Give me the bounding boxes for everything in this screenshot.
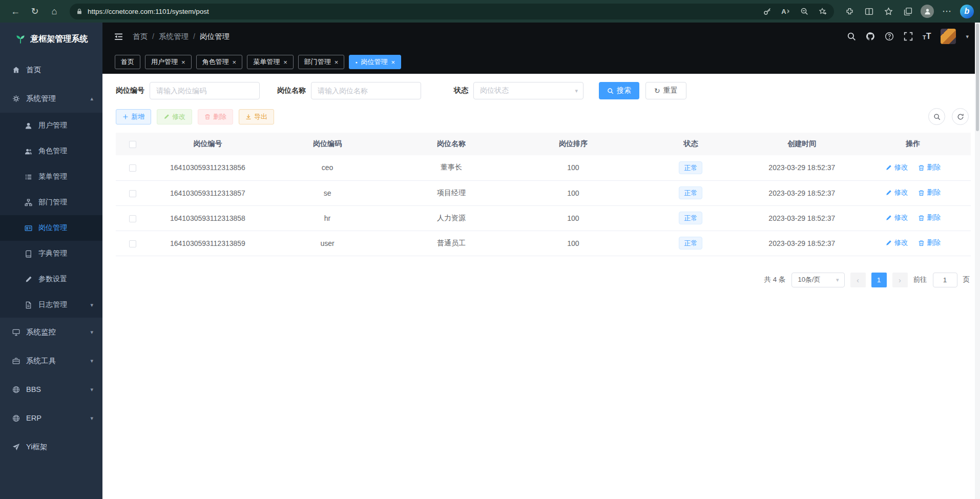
extensions-icon[interactable] <box>840 3 859 20</box>
home-icon[interactable]: ⌂ <box>45 3 64 20</box>
github-icon[interactable] <box>866 32 875 41</box>
list-icon <box>25 173 33 181</box>
next-page-button[interactable]: › <box>892 273 908 287</box>
row-checkbox[interactable] <box>129 240 136 247</box>
sidebar-item-dept-mgmt[interactable]: 部门管理 <box>0 190 102 215</box>
user-menu-caret-icon[interactable]: ▾ <box>966 33 969 40</box>
sidebar-item-bbs[interactable]: BBS ▾ <box>0 375 102 404</box>
sidebar-toggle-icon[interactable] <box>114 32 123 41</box>
row-checkbox[interactable] <box>129 164 136 172</box>
status-badge: 正常 <box>679 161 702 174</box>
table-row: 1641030593112313858 hr 人力资源 100 正常 2023-… <box>116 205 971 231</box>
status-select-placeholder: 岗位状态 <box>480 86 509 95</box>
tab-close-icon[interactable]: × <box>391 58 395 66</box>
browser-profile-avatar[interactable] <box>918 3 936 20</box>
site-info-icon[interactable] <box>76 8 83 15</box>
page-size-select[interactable]: 10条/页 ▾ <box>791 273 845 287</box>
tab-close-icon[interactable]: × <box>335 58 339 66</box>
paper-plane-icon <box>12 443 20 451</box>
sidebar-item-dict-mgmt[interactable]: 字典管理 <box>0 241 102 266</box>
sidebar-item-system-monitor[interactable]: 系统监控 ▾ <box>0 318 102 346</box>
breadcrumb-separator: / <box>193 32 195 40</box>
browser-menu-icon[interactable]: ⋯ <box>937 3 956 20</box>
scrollbar-thumb[interactable] <box>976 24 979 131</box>
chevron-down-icon: ▾ <box>90 415 93 422</box>
refresh-table-icon[interactable] <box>952 108 969 125</box>
org-tree-icon <box>25 199 33 206</box>
delete-row-button[interactable]: 删除 <box>918 163 941 172</box>
tab-dept-mgmt[interactable]: 部门管理 × <box>298 55 345 69</box>
page-scrollbar[interactable] <box>975 23 980 499</box>
tab-post-mgmt[interactable]: ● 岗位管理 × <box>349 55 401 69</box>
row-checkbox[interactable] <box>129 190 136 197</box>
select-all-checkbox[interactable] <box>129 141 136 148</box>
edit-row-button[interactable]: 修改 <box>885 188 908 197</box>
edit-row-button[interactable]: 修改 <box>885 213 908 222</box>
status-select[interactable]: 岗位状态 ▾ <box>473 82 583 99</box>
tab-home[interactable]: 首页 <box>115 55 140 69</box>
active-tab-dot-icon: ● <box>355 60 357 64</box>
sidebar-item-user-mgmt[interactable]: 用户管理 <box>0 113 102 138</box>
tab-close-icon[interactable]: × <box>283 58 287 66</box>
reset-button[interactable]: ↻ 重置 <box>645 82 686 99</box>
goto-page-input[interactable] <box>933 273 957 287</box>
zoom-out-icon[interactable] <box>796 5 812 18</box>
split-screen-icon[interactable] <box>860 3 878 20</box>
sidebar-item-param-settings[interactable]: 参数设置 <box>0 266 102 292</box>
prev-page-button[interactable]: ‹ <box>850 273 866 287</box>
sidebar-item-system-mgmt[interactable]: 系统管理 ▴ <box>0 84 102 113</box>
tab-close-icon[interactable]: × <box>233 58 237 66</box>
tab-user-mgmt[interactable]: 用户管理 × <box>145 55 192 69</box>
user-avatar[interactable] <box>941 29 956 44</box>
cell-post-name: 董事长 <box>389 155 513 180</box>
chevron-down-icon: ▾ <box>90 302 93 308</box>
collections-icon[interactable] <box>899 3 917 20</box>
favorites-icon[interactable] <box>879 3 898 20</box>
edit-row-button[interactable]: 修改 <box>885 238 908 247</box>
page-1-button[interactable]: 1 <box>871 273 887 287</box>
person-icon <box>921 5 934 18</box>
sidebar-item-log-mgmt[interactable]: 日志管理 ▾ <box>0 292 102 318</box>
read-aloud-icon[interactable]: A <box>778 5 794 18</box>
sidebar-item-role-mgmt[interactable]: 角色管理 <box>0 138 102 164</box>
users-icon <box>25 148 33 155</box>
tab-role-mgmt[interactable]: 角色管理 × <box>196 55 243 69</box>
font-size-icon[interactable]: TT <box>923 32 931 40</box>
export-button[interactable]: 导出 <box>239 109 274 124</box>
sidebar-item-system-tools[interactable]: 系统工具 ▾ <box>0 346 102 375</box>
row-checkbox[interactable] <box>129 215 136 222</box>
delete-row-button[interactable]: 删除 <box>918 188 941 197</box>
sidebar-item-home[interactable]: 首页 <box>0 55 102 84</box>
delete-button[interactable]: 删除 <box>198 109 233 124</box>
chevron-up-icon: ▴ <box>90 95 93 102</box>
address-bar[interactable]: https://ccnetcore.com:1101/system/post A <box>70 4 834 19</box>
breadcrumb-home[interactable]: 首页 <box>133 32 148 41</box>
password-key-icon[interactable] <box>759 5 776 18</box>
sidebar-item-post-mgmt[interactable]: 岗位管理 <box>0 215 102 241</box>
edit-row-button[interactable]: 修改 <box>885 163 908 172</box>
tab-menu-mgmt[interactable]: 菜单管理 × <box>247 55 294 69</box>
fullscreen-icon[interactable] <box>904 32 913 41</box>
post-code-input[interactable] <box>150 82 260 99</box>
edit-button[interactable]: 修改 <box>157 109 192 124</box>
add-button[interactable]: 新增 <box>116 109 151 124</box>
tab-close-icon[interactable]: × <box>181 58 185 66</box>
search-button[interactable]: 搜索 <box>599 82 639 99</box>
bing-icon[interactable]: b <box>960 5 974 18</box>
favorite-add-icon[interactable] <box>815 5 831 18</box>
sidebar-item-menu-mgmt[interactable]: 菜单管理 <box>0 164 102 190</box>
toggle-search-icon[interactable] <box>928 108 945 125</box>
goto-label: 前往 <box>913 275 927 284</box>
delete-row-button[interactable]: 删除 <box>918 238 941 247</box>
help-icon[interactable] <box>885 32 894 41</box>
refresh-icon[interactable]: ↻ <box>26 3 44 20</box>
table-row: 1641030593112313859 user 普通员工 100 正常 202… <box>116 231 971 256</box>
search-icon[interactable] <box>847 32 856 41</box>
post-name-input[interactable] <box>311 82 421 99</box>
sidebar-item-yi-framework[interactable]: Yi框架 <box>0 432 102 461</box>
sidebar-item-erp[interactable]: ERP ▾ <box>0 404 102 432</box>
back-icon[interactable]: ← <box>6 3 25 20</box>
breadcrumb-system-mgmt[interactable]: 系统管理 <box>159 32 189 41</box>
delete-row-button[interactable]: 删除 <box>918 213 941 222</box>
user-icon <box>25 122 33 130</box>
